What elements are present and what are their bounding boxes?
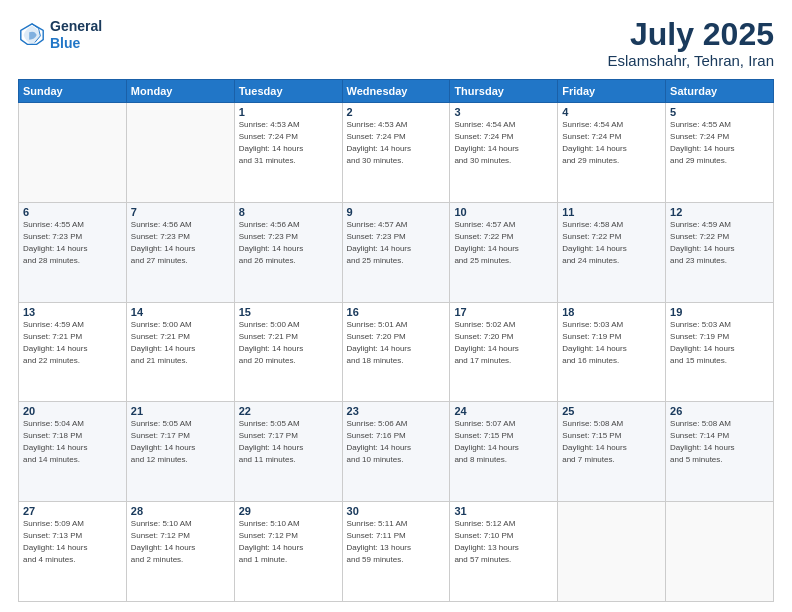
calendar-cell: 27Sunrise: 5:09 AM Sunset: 7:13 PM Dayli… (19, 502, 127, 602)
day-number: 21 (131, 405, 230, 417)
calendar-cell: 2Sunrise: 4:53 AM Sunset: 7:24 PM Daylig… (342, 103, 450, 203)
day-number: 2 (347, 106, 446, 118)
calendar-cell: 22Sunrise: 5:05 AM Sunset: 7:17 PM Dayli… (234, 402, 342, 502)
weekday-header: Thursday (450, 80, 558, 103)
calendar-cell: 15Sunrise: 5:00 AM Sunset: 7:21 PM Dayli… (234, 302, 342, 402)
calendar-cell: 10Sunrise: 4:57 AM Sunset: 7:22 PM Dayli… (450, 202, 558, 302)
day-info: Sunrise: 4:54 AM Sunset: 7:24 PM Dayligh… (454, 119, 553, 167)
day-info: Sunrise: 4:57 AM Sunset: 7:22 PM Dayligh… (454, 219, 553, 267)
day-info: Sunrise: 5:06 AM Sunset: 7:16 PM Dayligh… (347, 418, 446, 466)
calendar-cell: 20Sunrise: 5:04 AM Sunset: 7:18 PM Dayli… (19, 402, 127, 502)
calendar-week-row: 6Sunrise: 4:55 AM Sunset: 7:23 PM Daylig… (19, 202, 774, 302)
calendar-cell: 9Sunrise: 4:57 AM Sunset: 7:23 PM Daylig… (342, 202, 450, 302)
day-info: Sunrise: 5:11 AM Sunset: 7:11 PM Dayligh… (347, 518, 446, 566)
day-number: 7 (131, 206, 230, 218)
day-number: 31 (454, 505, 553, 517)
day-number: 13 (23, 306, 122, 318)
calendar-cell: 24Sunrise: 5:07 AM Sunset: 7:15 PM Dayli… (450, 402, 558, 502)
day-info: Sunrise: 5:07 AM Sunset: 7:15 PM Dayligh… (454, 418, 553, 466)
day-info: Sunrise: 4:58 AM Sunset: 7:22 PM Dayligh… (562, 219, 661, 267)
day-info: Sunrise: 5:05 AM Sunset: 7:17 PM Dayligh… (239, 418, 338, 466)
calendar-cell: 21Sunrise: 5:05 AM Sunset: 7:17 PM Dayli… (126, 402, 234, 502)
calendar-cell: 30Sunrise: 5:11 AM Sunset: 7:11 PM Dayli… (342, 502, 450, 602)
calendar-week-row: 20Sunrise: 5:04 AM Sunset: 7:18 PM Dayli… (19, 402, 774, 502)
subtitle: Eslamshahr, Tehran, Iran (608, 52, 774, 69)
day-number: 27 (23, 505, 122, 517)
calendar-cell: 7Sunrise: 4:56 AM Sunset: 7:23 PM Daylig… (126, 202, 234, 302)
day-info: Sunrise: 4:56 AM Sunset: 7:23 PM Dayligh… (239, 219, 338, 267)
day-info: Sunrise: 5:10 AM Sunset: 7:12 PM Dayligh… (239, 518, 338, 566)
weekday-header: Saturday (666, 80, 774, 103)
calendar-cell (126, 103, 234, 203)
calendar-body: 1Sunrise: 4:53 AM Sunset: 7:24 PM Daylig… (19, 103, 774, 602)
calendar-cell (19, 103, 127, 203)
calendar-cell: 26Sunrise: 5:08 AM Sunset: 7:14 PM Dayli… (666, 402, 774, 502)
day-number: 20 (23, 405, 122, 417)
day-info: Sunrise: 4:55 AM Sunset: 7:24 PM Dayligh… (670, 119, 769, 167)
day-number: 28 (131, 505, 230, 517)
calendar-cell: 14Sunrise: 5:00 AM Sunset: 7:21 PM Dayli… (126, 302, 234, 402)
weekday-header: Sunday (19, 80, 127, 103)
calendar-cell: 1Sunrise: 4:53 AM Sunset: 7:24 PM Daylig… (234, 103, 342, 203)
day-number: 17 (454, 306, 553, 318)
day-info: Sunrise: 5:04 AM Sunset: 7:18 PM Dayligh… (23, 418, 122, 466)
day-info: Sunrise: 4:55 AM Sunset: 7:23 PM Dayligh… (23, 219, 122, 267)
day-number: 8 (239, 206, 338, 218)
title-block: July 2025 Eslamshahr, Tehran, Iran (608, 18, 774, 69)
day-number: 1 (239, 106, 338, 118)
calendar-week-row: 27Sunrise: 5:09 AM Sunset: 7:13 PM Dayli… (19, 502, 774, 602)
day-number: 11 (562, 206, 661, 218)
day-number: 24 (454, 405, 553, 417)
calendar-cell: 25Sunrise: 5:08 AM Sunset: 7:15 PM Dayli… (558, 402, 666, 502)
day-info: Sunrise: 5:05 AM Sunset: 7:17 PM Dayligh… (131, 418, 230, 466)
day-info: Sunrise: 4:56 AM Sunset: 7:23 PM Dayligh… (131, 219, 230, 267)
weekday-header: Wednesday (342, 80, 450, 103)
calendar-cell: 11Sunrise: 4:58 AM Sunset: 7:22 PM Dayli… (558, 202, 666, 302)
day-info: Sunrise: 4:59 AM Sunset: 7:21 PM Dayligh… (23, 319, 122, 367)
day-number: 23 (347, 405, 446, 417)
calendar-cell: 17Sunrise: 5:02 AM Sunset: 7:20 PM Dayli… (450, 302, 558, 402)
day-number: 26 (670, 405, 769, 417)
calendar-cell: 4Sunrise: 4:54 AM Sunset: 7:24 PM Daylig… (558, 103, 666, 203)
calendar-cell: 23Sunrise: 5:06 AM Sunset: 7:16 PM Dayli… (342, 402, 450, 502)
day-info: Sunrise: 4:53 AM Sunset: 7:24 PM Dayligh… (239, 119, 338, 167)
weekday-header: Tuesday (234, 80, 342, 103)
header: General Blue July 2025 Eslamshahr, Tehra… (18, 18, 774, 69)
calendar-cell: 5Sunrise: 4:55 AM Sunset: 7:24 PM Daylig… (666, 103, 774, 203)
day-info: Sunrise: 5:00 AM Sunset: 7:21 PM Dayligh… (239, 319, 338, 367)
calendar-cell: 6Sunrise: 4:55 AM Sunset: 7:23 PM Daylig… (19, 202, 127, 302)
calendar-cell (558, 502, 666, 602)
calendar-week-row: 1Sunrise: 4:53 AM Sunset: 7:24 PM Daylig… (19, 103, 774, 203)
calendar-header-row: SundayMondayTuesdayWednesdayThursdayFrid… (19, 80, 774, 103)
logo-icon (18, 21, 46, 49)
calendar-cell (666, 502, 774, 602)
day-info: Sunrise: 4:57 AM Sunset: 7:23 PM Dayligh… (347, 219, 446, 267)
day-number: 12 (670, 206, 769, 218)
logo: General Blue (18, 18, 102, 52)
day-number: 5 (670, 106, 769, 118)
day-number: 10 (454, 206, 553, 218)
logo-text: General Blue (50, 18, 102, 52)
weekday-header: Friday (558, 80, 666, 103)
day-number: 6 (23, 206, 122, 218)
day-number: 18 (562, 306, 661, 318)
day-info: Sunrise: 5:03 AM Sunset: 7:19 PM Dayligh… (562, 319, 661, 367)
day-info: Sunrise: 4:54 AM Sunset: 7:24 PM Dayligh… (562, 119, 661, 167)
logo-line2: Blue (50, 35, 102, 52)
day-number: 22 (239, 405, 338, 417)
day-number: 16 (347, 306, 446, 318)
day-number: 15 (239, 306, 338, 318)
day-number: 30 (347, 505, 446, 517)
calendar-cell: 29Sunrise: 5:10 AM Sunset: 7:12 PM Dayli… (234, 502, 342, 602)
day-info: Sunrise: 5:03 AM Sunset: 7:19 PM Dayligh… (670, 319, 769, 367)
day-info: Sunrise: 4:53 AM Sunset: 7:24 PM Dayligh… (347, 119, 446, 167)
day-info: Sunrise: 5:02 AM Sunset: 7:20 PM Dayligh… (454, 319, 553, 367)
day-number: 14 (131, 306, 230, 318)
calendar-cell: 13Sunrise: 4:59 AM Sunset: 7:21 PM Dayli… (19, 302, 127, 402)
calendar-table: SundayMondayTuesdayWednesdayThursdayFrid… (18, 79, 774, 602)
calendar-cell: 12Sunrise: 4:59 AM Sunset: 7:22 PM Dayli… (666, 202, 774, 302)
calendar-cell: 8Sunrise: 4:56 AM Sunset: 7:23 PM Daylig… (234, 202, 342, 302)
calendar-cell: 16Sunrise: 5:01 AM Sunset: 7:20 PM Dayli… (342, 302, 450, 402)
main-title: July 2025 (608, 18, 774, 50)
calendar-cell: 18Sunrise: 5:03 AM Sunset: 7:19 PM Dayli… (558, 302, 666, 402)
